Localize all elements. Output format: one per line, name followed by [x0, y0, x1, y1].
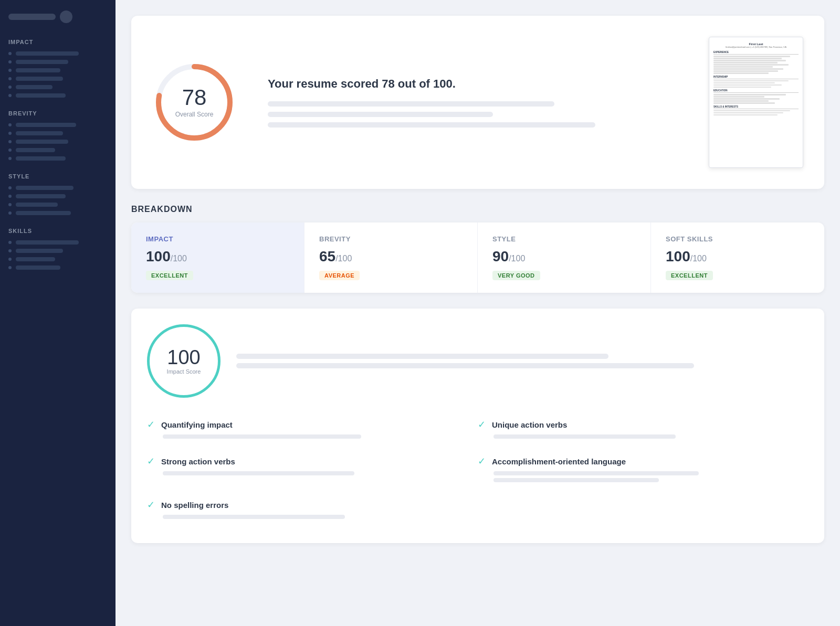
sidebar-section-skills: SKILLS — [8, 228, 107, 234]
sidebar-item[interactable] — [8, 211, 107, 215]
resume-line — [713, 112, 783, 114]
sidebar-item[interactable] — [8, 240, 107, 245]
checklist-item-bar — [163, 515, 345, 519]
checklist-item-title: Accomplishment-oriented language — [492, 457, 626, 466]
sidebar-item-bar — [16, 211, 71, 215]
resume-line — [713, 70, 778, 72]
sidebar-item[interactable] — [8, 186, 107, 190]
sidebar-item-bar — [16, 131, 63, 135]
sidebar-section-style: STYLE — [8, 173, 107, 179]
sidebar-item[interactable] — [8, 131, 107, 135]
breakdown-col-style[interactable]: STYLE 90/100 VERY GOOD — [478, 222, 651, 293]
breakdown-score-value: 100 — [146, 248, 171, 264]
sidebar-dot — [8, 148, 12, 152]
sidebar-item-bar — [16, 68, 60, 72]
checklist-item-accomplishment: ✓ Accomplishment-oriented language — [478, 447, 808, 491]
sidebar-item-bar — [16, 77, 63, 81]
resume-contact: firstlast@pretendmail.com | +1 (123) 456… — [713, 46, 799, 48]
score-text-area: Your resume scored 78 out of 100. — [268, 77, 677, 128]
breakdown-col-soft-skills[interactable]: SOFT SKILLS 100/100 EXCELLENT — [651, 222, 824, 293]
sidebar-item-bar — [16, 51, 79, 56]
overall-score-label: Overall Score — [175, 111, 214, 118]
sidebar-item[interactable] — [8, 60, 107, 64]
check-icon: ✓ — [147, 455, 155, 467]
logo-circle — [60, 10, 72, 23]
sidebar-item-bar — [16, 266, 60, 270]
breakdown-badge-brevity: AVERAGE — [319, 271, 360, 280]
breakdown-score-brevity: 65/100 — [319, 248, 463, 265]
impact-detail: 100 Impact Score ✓ Quantifying impact — [131, 309, 824, 543]
impact-score-number: 100 — [167, 347, 200, 367]
sidebar-item-bar — [16, 194, 66, 198]
sidebar-item-bar — [16, 156, 66, 161]
checklist-item-bar — [163, 471, 354, 475]
resume-line — [713, 100, 769, 102]
sidebar-dot — [8, 157, 12, 160]
breakdown-table: IMPACT 100/100 EXCELLENT BREVITY 65/100 … — [131, 222, 824, 293]
sidebar-item[interactable] — [8, 85, 107, 89]
sidebar-item[interactable] — [8, 266, 107, 270]
checklist-item-quantifying: ✓ Quantifying impact — [147, 410, 478, 447]
sidebar-item[interactable] — [8, 194, 107, 198]
sidebar-item[interactable] — [8, 249, 107, 253]
breakdown-score-value: 65 — [319, 248, 335, 264]
checklist-item-header: ✓ Strong action verbs — [147, 455, 478, 467]
sidebar-dot — [8, 203, 12, 206]
sidebar-item[interactable] — [8, 203, 107, 207]
resume-section: EXPERIENCE — [713, 51, 799, 55]
checklist-item-spelling: ✓ No spelling errors — [147, 491, 478, 527]
check-icon: ✓ — [147, 499, 155, 511]
resume-line — [713, 56, 790, 57]
score-bars — [268, 101, 677, 128]
sidebar-item[interactable] — [8, 257, 107, 261]
logo-bar — [8, 14, 56, 20]
breakdown-col-brevity[interactable]: BREVITY 65/100 AVERAGE — [304, 222, 478, 293]
breakdown-badge-style: VERY GOOD — [492, 271, 540, 280]
sidebar-item[interactable] — [8, 140, 107, 144]
resume-line — [713, 82, 775, 84]
check-icon: ✓ — [147, 419, 155, 430]
sidebar-dot — [8, 241, 12, 244]
breakdown-col-title-style: STYLE — [492, 235, 636, 243]
checklist-item-header: ✓ Quantifying impact — [147, 419, 478, 430]
sidebar-item[interactable] — [8, 148, 107, 152]
sidebar-item[interactable] — [8, 77, 107, 81]
overall-score-circle: 78 Overall Score — [152, 60, 236, 144]
resume-line — [713, 84, 782, 86]
checklist-item-title: Quantifying impact — [161, 420, 233, 429]
score-card: 78 Overall Score Your resume scored 78 o… — [131, 16, 824, 189]
sidebar-item[interactable] — [8, 68, 107, 72]
sidebar-item[interactable] — [8, 93, 107, 98]
checklist-item-title: No spelling errors — [161, 501, 228, 510]
resume-line — [713, 114, 778, 116]
resume-section: INTERNSHIP — [713, 76, 799, 79]
breakdown-score-value: 100 — [666, 248, 690, 264]
checklist-item-title: Strong action verbs — [161, 457, 235, 466]
sidebar-item-bar — [16, 148, 55, 152]
overall-score-number: 78 — [175, 87, 214, 109]
sidebar-item[interactable] — [8, 123, 107, 127]
sidebar-item-bar — [16, 186, 74, 190]
score-bar — [268, 122, 595, 128]
checklist-item-strong-verbs: ✓ Strong action verbs — [147, 447, 478, 491]
sidebar-item-bar — [16, 85, 52, 89]
sidebar-dot — [8, 249, 12, 252]
resume-line — [713, 80, 789, 82]
resume-section: SKILLS & INTERESTS — [713, 105, 799, 109]
checklist-item-bar — [494, 471, 699, 475]
resume-line — [713, 87, 771, 88]
sidebar-dot — [8, 52, 12, 55]
sidebar-item-bar — [16, 203, 58, 207]
resume-line — [713, 72, 769, 74]
score-bar — [268, 101, 554, 107]
sidebar-item[interactable] — [8, 156, 107, 161]
breakdown-score-denom: /100 — [171, 254, 187, 263]
sidebar-item[interactable] — [8, 51, 107, 56]
resume-section: EDUCATION — [713, 89, 799, 93]
sidebar-dot — [8, 86, 12, 89]
breakdown-col-title-impact: IMPACT — [146, 235, 289, 243]
breakdown-col-impact[interactable]: IMPACT 100/100 EXCELLENT — [131, 222, 304, 293]
sidebar-dot — [8, 132, 12, 135]
sidebar-dot — [8, 258, 12, 261]
sidebar-item-bar — [16, 240, 79, 245]
